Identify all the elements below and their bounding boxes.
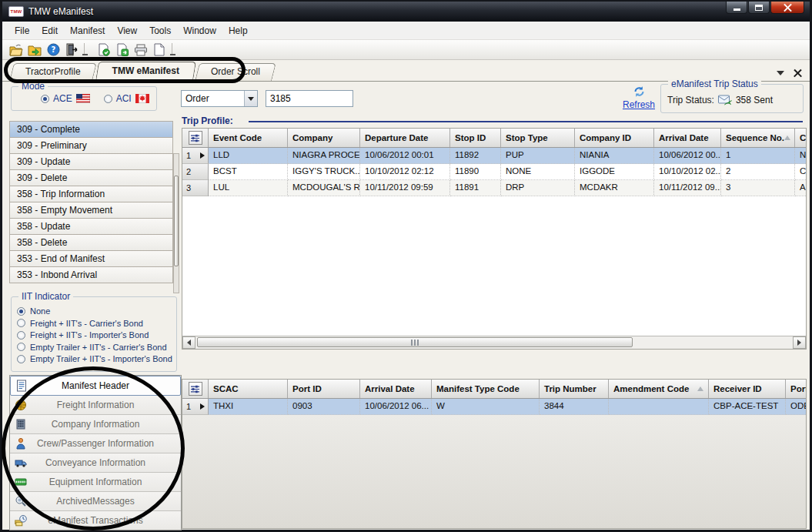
refresh-button[interactable]: Refresh: [615, 85, 663, 113]
nav-archivedmessages[interactable]: ArchivedMessages: [10, 492, 181, 511]
menu-item-view[interactable]: View: [111, 23, 143, 38]
event-list-item-309-complete[interactable]: 309 - Complete: [9, 121, 173, 138]
new-document-button[interactable]: [150, 42, 169, 59]
mode-aci-radio[interactable]: ACI: [104, 93, 149, 104]
menu-item-tools[interactable]: Tools: [143, 23, 177, 38]
event-list-item-358-empty-movement[interactable]: 358 - Empty Movement: [9, 202, 173, 219]
nav-crew-passenger-information[interactable]: Crew/Passenger Information: [10, 434, 181, 453]
iit-option-label: None: [30, 306, 50, 316]
radio-icon: [17, 319, 25, 327]
scroll-left-button[interactable]: [182, 336, 195, 349]
nav-company-information[interactable]: Company Information: [10, 415, 181, 434]
row-selector[interactable]: 1: [182, 148, 209, 164]
sort-ascending-icon: [784, 136, 790, 140]
document-check-button[interactable]: [95, 42, 113, 59]
grid-cell: 11891: [450, 180, 501, 196]
nav-equipment-information[interactable]: Equipment Information: [10, 473, 181, 492]
menu-item-edit[interactable]: Edit: [35, 23, 64, 38]
maximize-button[interactable]: [748, 2, 770, 14]
iit-empty-trailer-iit-s-importer-s-bond-radio[interactable]: Empty Trailer + IIT's - Importer's Bond: [17, 354, 176, 363]
event-list-item-358-delete[interactable]: 358 - Delete: [9, 234, 173, 251]
event-list-item-309-delete[interactable]: 309 - Delete: [9, 169, 173, 186]
column-header-company-id[interactable]: Company ID: [575, 129, 654, 147]
column-header-manifest-type-code[interactable]: Manifest Type Code: [432, 380, 540, 398]
minimize-button[interactable]: [726, 2, 747, 14]
mode-legend: Mode: [18, 81, 48, 92]
row-selector[interactable]: 2: [182, 164, 209, 180]
help-button[interactable]: ?: [44, 42, 62, 59]
column-header-departure-date[interactable]: Departure Date: [360, 129, 450, 147]
grid-row[interactable]: 3LULMCDOUGAL'S R...10/11/2012 09:5911891…: [182, 180, 806, 196]
column-header-arrival-date[interactable]: Arrival Date: [360, 380, 432, 398]
row-selector[interactable]: 1: [182, 399, 209, 415]
column-header-scac[interactable]: SCAC: [209, 380, 288, 398]
grid-row[interactable]: 1THXI090310/06/2012 06...W3844CBP-ACE-TE…: [182, 399, 806, 415]
manifest-grid-header: SCACPort IDArrival DateManifest Type Cod…: [182, 380, 806, 399]
iit-freight-iit-s-importer-s-bond-radio[interactable]: Freight + IIT's - Importer's Bond: [17, 330, 176, 340]
event-list-item-358-trip-information[interactable]: 358 - Trip Information: [9, 186, 173, 202]
scroll-right-button[interactable]: [793, 336, 806, 349]
tab-order-scroll[interactable]: Order Scroll: [197, 63, 274, 81]
column-header-port-id[interactable]: Port ID: [288, 380, 360, 398]
grid-row[interactable]: 2BCSTIGGY'S TRUCK...10/10/2012 02:121189…: [182, 164, 806, 180]
event-list-item-353-inbond-arrival[interactable]: 353 - Inbond Arrival: [9, 266, 173, 283]
column-header-sequence-no[interactable]: Sequence No.: [721, 129, 795, 147]
iit-freight-iit-s-carrier-s-bond-radio[interactable]: Freight + IIT's - Carrier's Bond: [17, 319, 176, 328]
tab-list-button[interactable]: [777, 71, 784, 75]
horizontal-scrollbar[interactable]: [182, 336, 806, 349]
vertical-scrollbar[interactable]: [173, 153, 179, 293]
menu-item-manifest[interactable]: Manifest: [64, 23, 111, 38]
column-header-arrival-date[interactable]: Arrival Date: [654, 129, 721, 147]
document-send-button[interactable]: [113, 42, 132, 59]
menu-item-window[interactable]: Window: [177, 23, 222, 38]
scrollbar-thumb[interactable]: [174, 176, 179, 266]
column-header-c[interactable]: C: [795, 129, 807, 147]
grid-row[interactable]: 1LLDNIAGRA PROCE...10/06/2012 00:0111892…: [182, 148, 806, 164]
exit-door-button[interactable]: [62, 42, 81, 59]
column-chooser-button[interactable]: [189, 131, 202, 145]
menu-bar: FileEditManifestViewToolsWindowHelp: [2, 22, 810, 40]
column-header-trip-number[interactable]: Trip Number: [540, 380, 609, 398]
grid-cell: 2: [721, 164, 795, 180]
close-button[interactable]: [770, 2, 804, 14]
iit-empty-trailer-iit-s-carrier-s-bond-radio[interactable]: Empty Trailer + IIT's - Carrier's Bond: [17, 343, 176, 352]
column-header-stop-type[interactable]: Stop Type: [501, 129, 575, 147]
scrollbar-track[interactable]: [195, 336, 793, 349]
column-header-event-code[interactable]: Event Code: [209, 129, 288, 147]
tab-tmw-emanifest[interactable]: TMW eManifest: [97, 62, 195, 81]
event-list-item-309-preliminary[interactable]: 309 - Preliminary: [9, 137, 173, 154]
iit-option-label: Freight + IIT's - Importer's Bond: [30, 330, 149, 340]
field-chooser-icon: [190, 133, 200, 143]
nav-manifest-header[interactable]: Manifest Header: [10, 376, 181, 396]
event-list-item-353-end-of-manifest[interactable]: 353 - End of Manifest: [9, 250, 173, 267]
column-header-stop-id[interactable]: Stop ID: [450, 129, 501, 147]
event-list-item-358-update[interactable]: 358 - Update: [9, 218, 173, 235]
column-header-port-l[interactable]: Port L: [786, 380, 807, 398]
row-selector[interactable]: 3: [182, 180, 209, 196]
tab-close-button[interactable]: [794, 69, 802, 77]
open-folder-button[interactable]: [7, 42, 25, 59]
mode-ace-radio[interactable]: ACE: [41, 93, 90, 104]
column-header-company[interactable]: Company: [288, 129, 360, 147]
column-chooser-button[interactable]: [189, 382, 202, 396]
nav-freight-information[interactable]: Freight Information: [10, 396, 181, 415]
column-label: Port L: [790, 384, 807, 393]
column-label: Trip Number: [544, 384, 596, 393]
tab-tractorprofile[interactable]: TractorProfile: [12, 63, 95, 81]
menu-item-file[interactable]: File: [8, 23, 35, 38]
column-header-receiver-id[interactable]: Receiver ID: [709, 380, 786, 398]
menu-item-help[interactable]: Help: [222, 23, 254, 38]
triangle-right-icon: [797, 340, 801, 346]
nav-conveyance-information[interactable]: Conveyance Information: [10, 453, 181, 473]
folder-import-button[interactable]: [25, 42, 44, 59]
scrollbar-thumb[interactable]: [197, 337, 633, 347]
event-list-item-309-update[interactable]: 309 - Update: [9, 153, 173, 170]
column-header-amendment-code[interactable]: Amendment Code: [609, 380, 709, 398]
nav-label: Freight Information: [10, 400, 181, 410]
lookup-number-input[interactable]: [266, 90, 353, 107]
iit-none-radio[interactable]: None: [17, 306, 176, 316]
combo-dropdown-button[interactable]: [244, 91, 257, 106]
nav-emanifest-transactions[interactable]: eManifest Transactions: [10, 511, 181, 530]
lookup-type-select[interactable]: Order: [181, 90, 258, 107]
print-button[interactable]: [132, 42, 150, 59]
